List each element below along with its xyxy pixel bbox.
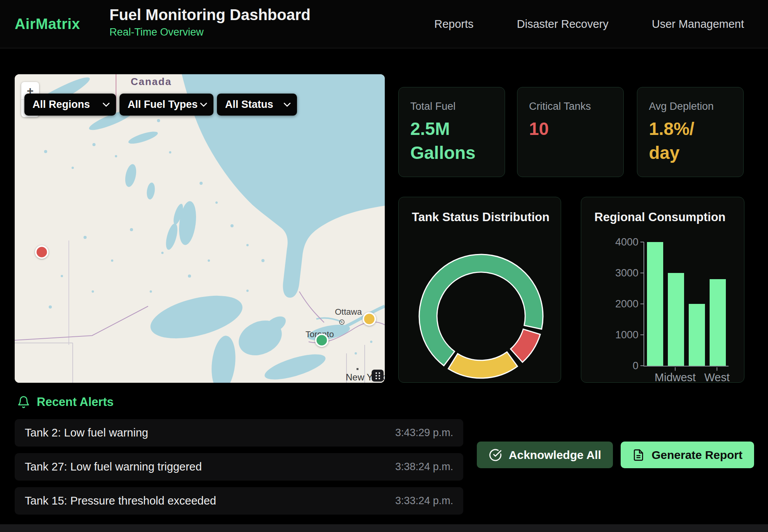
- map-city-dot-ottawa: [341, 321, 342, 322]
- footer-bar: [0, 524, 768, 532]
- generate-report-label: Generate Report: [652, 448, 742, 462]
- app-logo: AirMatrix: [15, 16, 80, 32]
- map-resize-handle[interactable]: [372, 370, 384, 382]
- y-axis-tick: [640, 304, 644, 304]
- donut-segment-warning: [448, 352, 517, 378]
- bar-chart: 01000200030004000MidwestWest: [581, 197, 744, 382]
- region-filter-dropdown[interactable]: All Regions: [24, 94, 116, 116]
- title-block: Fuel Monitoring Dashboard Real-Time Over…: [109, 6, 311, 38]
- y-axis-tick: [640, 273, 644, 273]
- alert-row[interactable]: Tank 15: Pressure threshold exceeded 3:3…: [15, 487, 463, 515]
- x-axis-tick: [717, 367, 717, 371]
- donut-segment-critical: [510, 329, 540, 362]
- bar-midwest: [668, 273, 684, 366]
- stat-value: 2.5MGallons: [410, 117, 493, 165]
- document-icon: [632, 449, 645, 461]
- map-city-dot-new-york: [357, 368, 358, 370]
- bar-west: [710, 279, 726, 366]
- y-axis-tick-label: 1000: [615, 329, 638, 340]
- stat-card-critical-tanks: Critical Tanks 10: [517, 87, 624, 177]
- map-filter-bar: All Regions All Fuel Types All Status: [24, 94, 297, 116]
- stat-label: Avg Depletion: [649, 101, 732, 113]
- main-nav: Reports Disaster Recovery User Managemen…: [434, 0, 744, 48]
- dashboard-page: AirMatrix Fuel Monitoring Dashboard Real…: [0, 0, 768, 532]
- bar-region-1: [647, 242, 663, 366]
- nav-item-disaster-recovery[interactable]: Disaster Recovery: [517, 18, 609, 31]
- alert-message: Tank 27: Low fuel warning triggered: [25, 460, 202, 473]
- alert-timestamp: 3:43:29 p.m.: [395, 427, 453, 439]
- check-circle-icon: [489, 448, 502, 462]
- y-axis-tick: [640, 334, 644, 335]
- acknowledge-all-label: Acknowledge All: [509, 448, 601, 462]
- map-marker-critical[interactable]: [35, 245, 48, 259]
- chevron-down-icon: [102, 102, 110, 107]
- bar-region-3: [689, 304, 705, 366]
- map-label-canada: Canada: [131, 76, 172, 87]
- nav-item-user-management[interactable]: User Management: [652, 18, 744, 31]
- y-axis-tick-label: 0: [615, 360, 638, 371]
- page-title: Fuel Monitoring Dashboard: [109, 6, 311, 24]
- stat-value: 10: [529, 117, 612, 141]
- app-header: AirMatrix Fuel Monitoring Dashboard Real…: [0, 0, 768, 48]
- y-axis-tick-label: 2000: [615, 298, 638, 309]
- stat-card-total-fuel: Total Fuel 2.5MGallons: [398, 87, 505, 177]
- alert-row[interactable]: Tank 27: Low fuel warning triggered 3:38…: [15, 453, 463, 481]
- x-axis-tick-label: West: [686, 371, 748, 384]
- map-pane[interactable]: Canada Ottawa Toronto New York + − All R…: [15, 74, 385, 383]
- bell-icon: [17, 395, 30, 409]
- map-marker-normal[interactable]: [315, 333, 329, 347]
- x-axis-tick: [675, 367, 676, 371]
- stat-card-avg-depletion: Avg Depletion 1.8%/day: [637, 87, 744, 177]
- alert-message: Tank 15: Pressure threshold exceeded: [25, 494, 216, 507]
- tank-status-distribution-card: Tank Status Distribution: [398, 197, 561, 383]
- page-subtitle: Real-Time Overview: [109, 26, 311, 38]
- generate-report-button[interactable]: Generate Report: [621, 442, 754, 468]
- nav-item-reports[interactable]: Reports: [434, 18, 474, 31]
- map-svg: Canada Ottawa Toronto New York: [15, 74, 385, 383]
- donut-chart: [399, 197, 561, 383]
- y-axis-tick: [640, 242, 644, 242]
- alerts-title: Recent Alerts: [37, 395, 114, 409]
- alert-timestamp: 3:38:24 p.m.: [395, 461, 453, 473]
- y-axis-tick-label: 4000: [615, 237, 638, 247]
- chevron-down-icon: [200, 102, 207, 107]
- fuel-type-filter-value: All Fuel Types: [128, 99, 198, 111]
- map-marker-warning[interactable]: [362, 312, 376, 326]
- drag-dots-icon: [374, 372, 381, 380]
- map-label-ottawa: Ottawa: [335, 307, 362, 317]
- stat-label: Critical Tanks: [529, 101, 612, 113]
- alerts-header: Recent Alerts: [17, 395, 114, 409]
- alert-row[interactable]: Tank 2: Low fuel warning 3:43:29 p.m.: [15, 419, 463, 447]
- y-axis-tick-label: 3000: [615, 268, 638, 278]
- status-filter-value: All Status: [225, 99, 273, 111]
- stat-value: 1.8%/day: [649, 117, 732, 165]
- bar-plot-area: [643, 242, 729, 367]
- fuel-type-filter-dropdown[interactable]: All Fuel Types: [119, 94, 213, 116]
- region-filter-value: All Regions: [32, 99, 90, 111]
- chevron-down-icon: [283, 102, 291, 107]
- regional-consumption-card: Regional Consumption 01000200030004000Mi…: [581, 197, 744, 383]
- status-filter-dropdown[interactable]: All Status: [217, 94, 297, 116]
- stat-label: Total Fuel: [410, 101, 493, 113]
- acknowledge-all-button[interactable]: Acknowledge All: [477, 442, 613, 468]
- alert-timestamp: 3:33:24 p.m.: [395, 495, 453, 507]
- y-axis-tick: [640, 365, 644, 366]
- alert-message: Tank 2: Low fuel warning: [25, 426, 148, 439]
